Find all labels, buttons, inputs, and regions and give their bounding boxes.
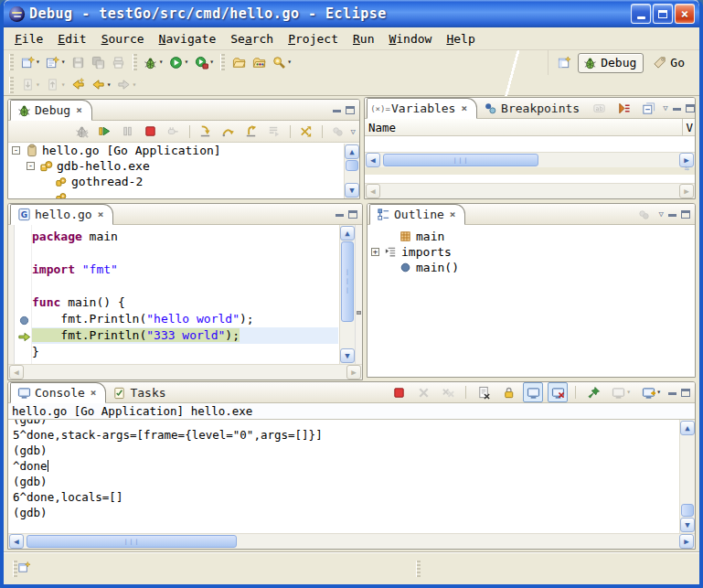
breakpoint-icon[interactable] — [16, 313, 29, 326]
titlebar[interactable]: Debug - testGo/src/cmd/hello.go - Eclips… — [4, 0, 699, 27]
display-selected-console-dropdown-icon[interactable]: ▾ — [626, 389, 631, 396]
view-menu-icon[interactable]: ▽ — [659, 209, 664, 219]
detail-pane[interactable] — [365, 175, 695, 183]
editor-vscrollbar[interactable]: ▲ ❘❘❘ ▼ — [339, 225, 355, 364]
search-dropdown-icon[interactable]: ▾ — [287, 59, 292, 66]
column-name[interactable]: Name — [368, 121, 396, 134]
code-line-5[interactable]: func main() { — [32, 294, 338, 311]
tree-item-main[interactable]: main() — [367, 260, 695, 275]
clear-console-button[interactable] — [474, 382, 494, 402]
back-button[interactable]: ▾ — [89, 75, 114, 95]
tab-outline[interactable]: Outline× — [369, 204, 465, 225]
scroll-down-icon[interactable]: ▼ — [340, 348, 355, 363]
column-value[interactable]: V — [682, 119, 693, 135]
view-minimize-icon[interactable] — [336, 214, 344, 217]
tree-item[interactable] — [8, 189, 359, 198]
tab-close-icon[interactable]: × — [461, 102, 467, 114]
scroll-thumb[interactable] — [681, 504, 694, 517]
forward-dropdown-icon[interactable]: ▾ — [132, 81, 136, 89]
maximize-button[interactable] — [653, 4, 673, 24]
tab-debug[interactable]: Debug× — [10, 100, 92, 121]
terminate-button[interactable] — [389, 382, 409, 402]
new-source-button[interactable]: ▾ — [43, 52, 69, 72]
new-wizard-dropdown-icon[interactable]: ▾ — [36, 59, 40, 66]
resume-button[interactable] — [95, 122, 115, 142]
collapse-icon[interactable]: - — [12, 146, 20, 155]
run-launch-button[interactable]: ▾ — [165, 52, 191, 72]
toolbar-gripper[interactable] — [220, 54, 225, 70]
use-step-filters-button[interactable] — [296, 122, 316, 142]
run-launch-dropdown-icon[interactable]: ▾ — [184, 59, 188, 66]
menu-edit[interactable]: Edit — [50, 29, 93, 48]
scroll-thumb[interactable]: ❘❘❘ — [341, 241, 354, 322]
view-maximize-icon[interactable] — [348, 210, 357, 219]
open-perspective-button[interactable] — [554, 53, 574, 73]
toolbar-gripper[interactable] — [9, 77, 14, 93]
scroll-up-icon[interactable]: ▲ — [345, 144, 359, 159]
open-console-button[interactable]: ▾ — [638, 382, 664, 402]
overview-annotation[interactable] — [357, 311, 361, 315]
scroll-up-icon[interactable]: ▲ — [340, 226, 355, 241]
debug-vscrollbar[interactable]: ▲ ▼ — [344, 144, 359, 198]
code-line-7[interactable]: fmt.Println("333 world"); — [32, 327, 338, 344]
collapse-all-button[interactable] — [638, 98, 658, 118]
variables-column-headers[interactable]: Name V — [365, 119, 695, 136]
tree-item-hellogo[interactable]: -hello.go [Go Application] — [8, 143, 359, 158]
menu-help[interactable]: Help — [439, 29, 482, 48]
tree-item-gdb-helloexe[interactable]: -gdb-hello.exe — [8, 158, 359, 174]
console-hscrollbar[interactable]: ◀ ❘❘❘ ▶ — [8, 533, 695, 549]
close-button[interactable]: × — [675, 4, 695, 24]
view-maximize-icon[interactable] — [681, 389, 690, 397]
tab-close-icon[interactable]: × — [76, 104, 82, 116]
view-minimize-icon[interactable] — [673, 108, 681, 111]
debug-launch-dropdown-icon[interactable]: ▾ — [159, 59, 164, 66]
view-minimize-icon[interactable] — [668, 392, 676, 395]
scroll-lock-button[interactable] — [498, 382, 518, 402]
back-dropdown-icon[interactable]: ▾ — [107, 81, 112, 89]
expand-icon[interactable]: + — [371, 248, 379, 256]
tab-tasks[interactable]: Tasks — [106, 382, 175, 402]
search-button[interactable]: ▾ — [269, 52, 294, 72]
view-minimize-icon[interactable] — [668, 214, 676, 217]
code-line-2[interactable] — [32, 245, 338, 262]
open-resource-button[interactable] — [229, 52, 249, 72]
tree-item-gothread-2[interactable]: gothread-2 — [8, 174, 359, 189]
overview-ruler[interactable] — [355, 225, 362, 364]
scroll-up-icon[interactable]: ▲ — [680, 421, 695, 435]
tab-breakpoints[interactable]: Breakpoints — [477, 98, 589, 118]
tree-item-imports[interactable]: +imports — [367, 244, 695, 260]
external-tools-dropdown-icon[interactable]: ▾ — [209, 59, 214, 66]
open-console-dropdown-icon[interactable]: ▾ — [656, 389, 661, 396]
tree-item-main[interactable]: main — [367, 229, 695, 244]
menu-window[interactable]: Window — [381, 29, 439, 48]
scroll-thumb[interactable]: ❘❘❘ — [27, 535, 237, 548]
last-edit-location-button[interactable] — [69, 75, 89, 95]
prev-annotation-dropdown-icon[interactable]: ▾ — [61, 81, 66, 89]
new-wizard-button[interactable]: ▾ — [17, 52, 43, 72]
open-type-button[interactable] — [249, 52, 269, 72]
next-annotation-dropdown-icon[interactable]: ▾ — [36, 81, 40, 89]
variables-empty-row[interactable] — [365, 136, 695, 151]
perspective-go-button[interactable]: Go — [647, 53, 692, 73]
menu-file[interactable]: File — [7, 29, 50, 48]
menu-project[interactable]: Project — [281, 29, 346, 48]
code-line-4[interactable] — [32, 278, 338, 294]
tab-close-icon[interactable]: × — [98, 208, 104, 220]
console-output[interactable]: (gdb)5^done,stack-args=[frame={level="0"… — [8, 420, 695, 520]
add-global-variables-button[interactable] — [613, 98, 634, 118]
tab-close-icon[interactable]: × — [450, 208, 456, 220]
tab-close-icon[interactable]: × — [91, 387, 97, 399]
view-maximize-icon[interactable] — [686, 104, 695, 112]
code-line-1[interactable]: package main — [32, 229, 338, 245]
tab-console[interactable]: Console× — [10, 382, 106, 403]
toolbar-gripper[interactable] — [133, 54, 137, 70]
terminate-button[interactable] — [141, 122, 161, 142]
menu-search[interactable]: Search — [223, 29, 281, 48]
detail-pane-sash[interactable] — [365, 167, 695, 175]
new-source-dropdown-icon[interactable]: ▾ — [61, 59, 66, 66]
show-stderr-button[interactable] — [548, 382, 568, 402]
editor-hscrollbar[interactable]: ◀ ▶ — [8, 364, 362, 380]
code-line-8[interactable]: } — [32, 344, 338, 360]
editor-code-area[interactable]: package mainimport "fmt"func main() { fm… — [32, 229, 338, 360]
menu-run[interactable]: Run — [346, 29, 381, 48]
